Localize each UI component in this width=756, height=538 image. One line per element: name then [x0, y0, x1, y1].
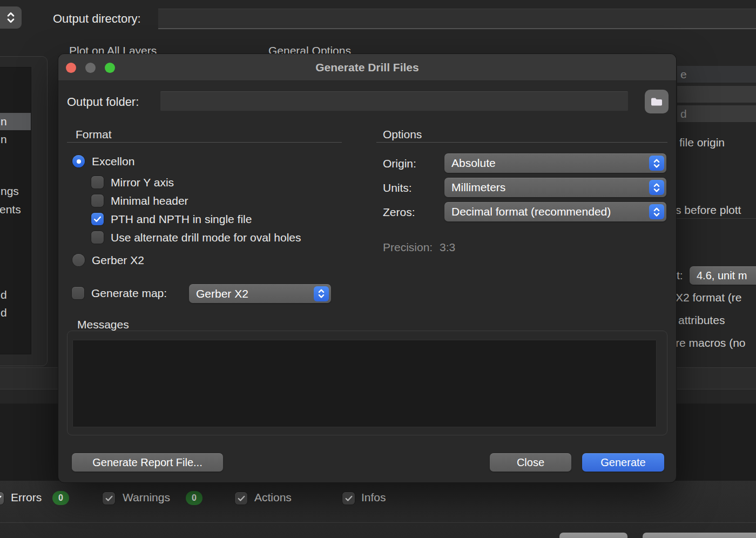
minimal-header-checkbox[interactable]: [91, 194, 104, 207]
check-icon: [105, 495, 113, 502]
mirror-y-axis-label: Mirror Y axis: [111, 176, 174, 189]
zeros-label: Zeros:: [383, 206, 415, 219]
up-down-chevrons-icon: [649, 156, 664, 171]
pth-npth-single-file-checkbox[interactable]: [91, 213, 104, 225]
folder-icon: [650, 97, 663, 107]
up-down-chevrons-icon: [649, 180, 664, 195]
coordinate-format-label-fragment: t:: [677, 269, 683, 282]
generate-map-select[interactable]: Gerber X2: [189, 284, 331, 303]
browse-folder-button[interactable]: [645, 90, 669, 113]
check-icon: [0, 495, 2, 502]
excellon-label: Excellon: [92, 155, 134, 168]
infos-checkbox[interactable]: [342, 492, 355, 505]
list-item[interactable]: ents: [0, 202, 21, 217]
layer-list[interactable]: n n ngs ents d d: [0, 67, 31, 354]
divider: [67, 142, 342, 143]
gerber-x2-radio[interactable]: [72, 254, 85, 266]
cut-field-row: [677, 86, 756, 103]
coordinate-format-select[interactable]: 4.6, unit m: [690, 266, 756, 285]
alternate-drill-mode-label: Use alternate drill mode for oval holes: [111, 231, 301, 244]
output-folder-label: Output folder:: [67, 96, 139, 109]
dialog-title: Generate Drill Files: [58, 54, 676, 81]
pth-npth-single-file-label: PTH and NPTH in single file: [111, 213, 252, 226]
close-button[interactable]: Close: [490, 453, 571, 472]
screen: Output directory: Plot on All Layers Gen…: [0, 0, 756, 538]
origin-select[interactable]: Absolute: [444, 153, 666, 173]
precision-label: Precision:: [383, 241, 433, 254]
generate-map-checkbox[interactable]: [72, 287, 84, 299]
divider: [0, 522, 756, 523]
minimal-header-label: Minimal header: [111, 194, 188, 207]
output-directory-label: Output directory:: [53, 12, 141, 25]
before-plotting-fragment: s before plott: [676, 204, 741, 217]
origin-value: Absolute: [444, 157, 649, 170]
bottom-button-sliver[interactable]: [559, 533, 627, 538]
actions-checkbox[interactable]: [235, 492, 247, 505]
format-section-heading: Format: [76, 128, 112, 141]
aperture-macros-fragment: re macros (no: [676, 337, 746, 349]
list-item[interactable]: n: [1, 132, 7, 147]
units-label: Units:: [383, 181, 412, 194]
check-icon: [93, 216, 102, 223]
errors-checkbox[interactable]: [0, 492, 4, 505]
origin-label: Origin:: [383, 157, 416, 170]
warnings-label: Warnings: [123, 491, 170, 504]
precision-value: 3:3: [440, 241, 455, 254]
warnings-checkbox[interactable]: [103, 492, 115, 505]
generate-report-file-button[interactable]: Generate Report File...: [72, 453, 223, 472]
generate-map-value: Gerber X2: [189, 287, 314, 300]
mirror-y-axis-checkbox[interactable]: [91, 176, 104, 189]
coordinate-format-value: 4.6, unit m: [690, 270, 756, 282]
up-down-chevrons-icon: [649, 204, 664, 219]
cut-field-row: e: [677, 66, 756, 83]
list-item[interactable]: n: [0, 113, 31, 130]
zeros-value: Decimal format (recommended): [444, 205, 649, 218]
generate-button[interactable]: Generate: [582, 453, 664, 472]
zeros-select[interactable]: Decimal format (recommended): [444, 202, 666, 221]
excellon-radio[interactable]: [72, 155, 85, 167]
units-select[interactable]: Millimeters: [444, 178, 666, 197]
attributes-fragment: attributes: [678, 314, 725, 327]
output-folder-field[interactable]: [160, 91, 628, 111]
check-icon: [238, 495, 245, 502]
x2-format-fragment: X2 format (re: [676, 291, 742, 304]
list-item[interactable]: d: [1, 287, 7, 302]
layer-stepper-control[interactable]: [0, 6, 22, 29]
list-item[interactable]: d: [1, 305, 7, 320]
infos-label: Infos: [361, 491, 386, 504]
list-item[interactable]: ngs: [1, 184, 19, 199]
file-origin-fragment: file origin: [679, 136, 725, 149]
dialog-titlebar: Generate Drill Files: [58, 54, 676, 81]
gerber-x2-label: Gerber X2: [92, 254, 144, 267]
bottom-button-sliver[interactable]: [643, 533, 756, 538]
status-bar: Errors 0 Warnings 0 Actions Infos: [0, 481, 756, 538]
actions-label: Actions: [254, 491, 292, 504]
errors-count-badge: 0: [52, 491, 69, 505]
radio-dot: [77, 159, 81, 164]
up-down-chevrons-icon: [314, 286, 329, 301]
up-down-chevrons-icon: [5, 11, 17, 24]
divider: [676, 218, 756, 219]
messages-section-heading: Messages: [77, 318, 129, 331]
generate-drill-files-dialog: Generate Drill Files Output folder: Form…: [58, 54, 676, 482]
units-value: Millimeters: [444, 181, 649, 194]
output-directory-field[interactable]: [158, 9, 756, 29]
errors-label: Errors: [11, 491, 42, 504]
warnings-count-badge: 0: [186, 491, 202, 505]
options-section-heading: Options: [383, 128, 422, 141]
messages-textarea: [72, 340, 657, 427]
divider: [376, 142, 667, 143]
alternate-drill-mode-checkbox[interactable]: [91, 231, 104, 244]
cut-field-row: d: [677, 105, 756, 122]
check-icon: [345, 495, 353, 502]
generate-map-label: Generate map:: [91, 287, 167, 300]
